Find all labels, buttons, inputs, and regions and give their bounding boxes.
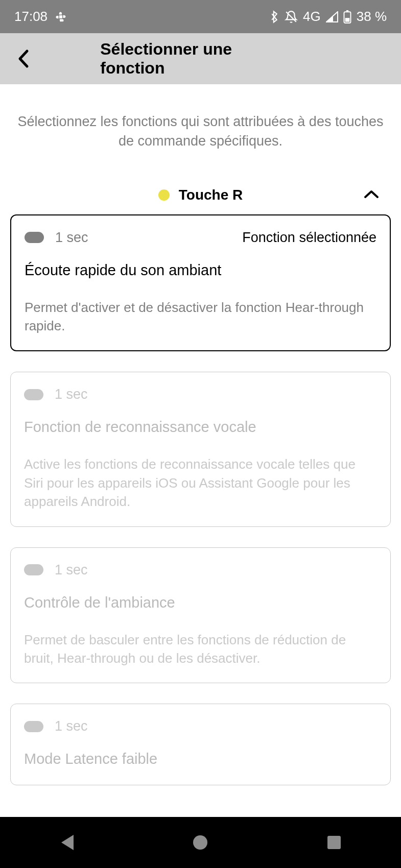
nav-recent-button[interactable] (303, 827, 365, 858)
svg-rect-1 (346, 10, 348, 12)
chevron-up-icon (363, 189, 380, 201)
function-card[interactable]: 1 sec Mode Latence faible (10, 704, 391, 785)
duration-pill-icon (24, 564, 43, 575)
function-description: Permet de basculer entre les fonctions d… (24, 631, 377, 668)
notifications-muted-icon (285, 10, 298, 23)
svg-rect-2 (345, 18, 349, 22)
battery-label: 38 % (357, 9, 387, 25)
bluetooth-icon (269, 10, 279, 23)
nav-recent-icon (327, 835, 341, 850)
duration-pill-icon (24, 721, 43, 732)
section-dot-icon (158, 189, 170, 201)
status-time: 17:08 (14, 9, 48, 25)
function-card[interactable]: 1 sec Fonction sélectionnée Écoute rapid… (10, 214, 391, 352)
status-left: 17:08 (14, 9, 67, 25)
function-card[interactable]: 1 sec Fonction de reconnaissance vocale … (10, 372, 391, 526)
chevron-left-icon (17, 49, 29, 68)
section-header[interactable]: Touche R (10, 182, 391, 214)
function-description: Active les fonctions de reconnaissance v… (24, 455, 377, 511)
status-bar: 17:08 4G 38 % (0, 0, 401, 33)
duration-pill-icon (25, 232, 44, 243)
card-header: 1 sec (24, 718, 377, 734)
duration-label: 1 sec (55, 562, 88, 578)
content-area: Sélectionnez les fonctions qui sont attr… (0, 84, 401, 785)
function-card[interactable]: 1 sec Contrôle de l'ambiance Permet de b… (10, 547, 391, 684)
slack-icon (55, 11, 67, 23)
duration-label: 1 sec (55, 387, 88, 402)
duration-pill-icon (24, 389, 43, 400)
svg-rect-4 (327, 836, 341, 849)
card-duration-group: 1 sec (24, 718, 88, 734)
function-title: Mode Latence faible (24, 751, 377, 767)
card-duration-group: 1 sec (24, 562, 88, 578)
network-label: 4G (303, 9, 321, 25)
duration-label: 1 sec (55, 718, 88, 734)
nav-back-button[interactable] (36, 827, 98, 858)
card-duration-group: 1 sec (25, 230, 88, 246)
function-title: Contrôle de l'ambiance (24, 594, 377, 611)
section-title: Touche R (179, 187, 243, 203)
signal-icon (326, 11, 338, 22)
app-header: Sélectionner une fonction (0, 33, 401, 84)
nav-back-icon (59, 834, 75, 851)
function-title: Fonction de reconnaissance vocale (24, 419, 377, 436)
status-right: 4G 38 % (269, 9, 387, 25)
selected-badge: Fonction sélectionnée (242, 230, 376, 246)
page-title: Sélectionner une fonction (100, 40, 301, 78)
nav-home-icon (193, 835, 208, 850)
duration-label: 1 sec (55, 230, 88, 246)
card-header: 1 sec (24, 562, 377, 578)
card-duration-group: 1 sec (24, 387, 88, 402)
battery-icon (343, 10, 351, 23)
svg-point-3 (193, 835, 207, 850)
function-description: Permet d'activer et de désactiver la fon… (25, 298, 376, 335)
back-button[interactable] (10, 46, 36, 71)
card-header: 1 sec (24, 387, 377, 402)
intro-text: Sélectionnez les fonctions qui sont attr… (10, 84, 391, 182)
function-title: Écoute rapide du son ambiant (25, 262, 376, 279)
system-nav-bar (0, 817, 401, 868)
nav-home-button[interactable] (170, 827, 231, 858)
card-header: 1 sec Fonction sélectionnée (25, 230, 376, 246)
